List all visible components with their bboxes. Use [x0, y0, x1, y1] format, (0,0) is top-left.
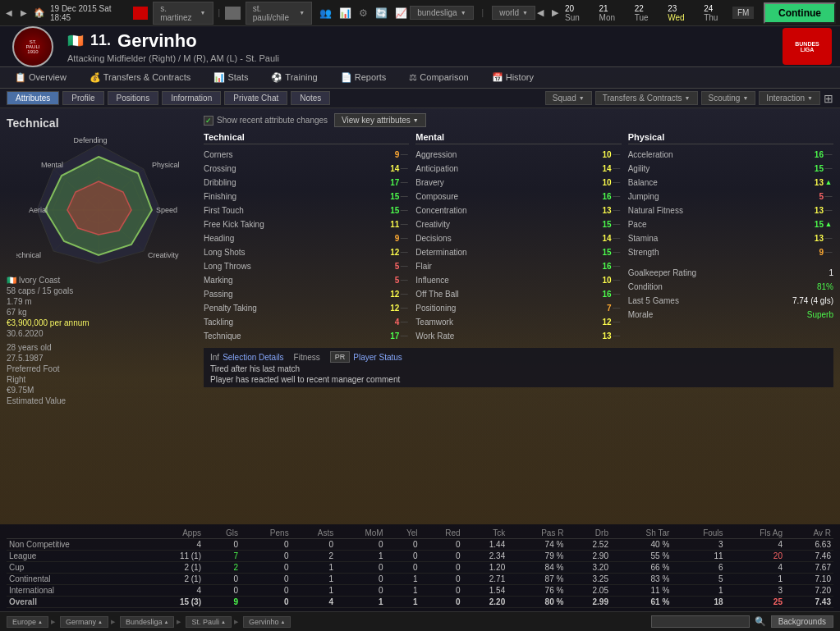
subnav-information[interactable]: Information — [162, 91, 221, 105]
day-22[interactable]: 22 Tue — [635, 4, 659, 22]
club-logo-small — [225, 7, 241, 20]
stats-cell: 0 — [291, 539, 337, 551]
attr-change-indicator: — — [612, 248, 622, 256]
scouting-dropdown[interactable]: Scouting — [701, 91, 756, 105]
gervinho-btn[interactable]: Gervinho — [243, 616, 291, 628]
nav-tabs: 📋 Overview 💰 Transfers & Contracts 📊 Sta… — [0, 67, 840, 89]
stats-cell: 2 — [291, 551, 337, 562]
prev-arrow[interactable]: ◀ — [535, 6, 545, 20]
tab-overview[interactable]: 📋 Overview — [4, 69, 77, 86]
svg-text:Physical: Physical — [152, 161, 180, 169]
stats-cell: 7.10 — [785, 574, 833, 585]
day-20[interactable]: 20 Sun — [565, 4, 590, 22]
special-attrs: Goalkeeper Rating1Condition81%Last 5 Gam… — [628, 266, 833, 321]
tab-reports[interactable]: 📄 Reports — [330, 69, 397, 86]
subnav-notes[interactable]: Notes — [291, 91, 330, 105]
manager-dropdown[interactable]: s. martinez — [153, 2, 213, 25]
subnav-profile[interactable]: Profile — [62, 91, 103, 105]
player-info-block: 🇮🇪 Ivory Coast 58 caps / 15 goals 1.79 m… — [7, 276, 190, 407]
pr-badge: PR — [330, 351, 351, 363]
search-input[interactable] — [651, 615, 750, 628]
day-23[interactable]: 23 Wed — [668, 4, 694, 22]
nav-back[interactable]: ◀ — [4, 7, 14, 19]
europe-btn[interactable]: Europe — [7, 616, 48, 628]
lineup-icon[interactable]: 👥 — [317, 6, 334, 21]
view-key-attrs-btn[interactable]: View key attributes — [334, 113, 426, 127]
home-icon[interactable]: 🏠 — [34, 7, 45, 18]
tab-transfers[interactable]: 💰 Transfers & Contracts — [79, 69, 201, 86]
stats-row[interactable]: Continental2 (1)0010102.7187 %3.2583 %51… — [7, 574, 833, 585]
bundesliga-btn[interactable]: Bundesliga — [120, 616, 175, 628]
fm-badge[interactable]: FM — [732, 7, 754, 19]
attr-value: 16 — [806, 150, 824, 159]
attr-row: Bravery10— — [415, 176, 621, 189]
player-position: Attacking Midfielder (Right) / M (R), AM… — [67, 53, 773, 63]
stats-cell: 18 — [672, 597, 725, 608]
expand-icon[interactable]: ⊞ — [824, 92, 833, 105]
transfer-icon[interactable]: 🔄 — [373, 6, 390, 21]
stats-row[interactable]: Overall15 (3)9041102.2080 %2.9961 %18257… — [7, 597, 833, 608]
stats-row[interactable]: International40010101.5476 %2.0511 %137.… — [7, 585, 833, 597]
stats-cell: International — [7, 585, 147, 597]
germany-btn[interactable]: Germany — [60, 616, 108, 628]
continue-button[interactable]: Continue — [764, 2, 836, 24]
stats-cell: 1 — [336, 551, 385, 562]
stpauli-btn[interactable]: St. Pauli — [186, 616, 231, 628]
stats-row[interactable]: League11 (1)7021002.3479 %2.9055 %11207.… — [7, 551, 833, 562]
attr-value: 4 — [381, 318, 399, 327]
attr-value: 9 — [381, 150, 399, 159]
attr-row: Acceleration16— — [628, 148, 833, 161]
nav-forward[interactable]: ▶ — [19, 7, 29, 19]
attr-change-indicator: — — [399, 192, 409, 200]
attr-row: Penalty Taking12— — [204, 301, 409, 314]
subnav-positions[interactable]: Positions — [108, 91, 159, 105]
stats-table-section: AppsGlsPensAstsMoMYelRedTckPas RDrbSh Ta… — [0, 524, 840, 611]
stats-icon[interactable]: 📊 — [337, 6, 354, 21]
attr-name: Flair — [415, 262, 593, 271]
attr-name: Corners — [204, 150, 381, 159]
show-recent-ctrl[interactable]: ✓ Show recent attribute changes — [204, 116, 328, 126]
settings-icon[interactable]: ⚙ — [356, 6, 370, 21]
stats-body: Non Competitive40000001.4474 %2.5240 %34… — [7, 539, 833, 608]
backgrounds-button[interactable]: Backgrounds — [771, 615, 833, 628]
attr-value: 15 — [381, 206, 399, 215]
tab-history[interactable]: 📅 History — [481, 69, 544, 86]
stats-row[interactable]: Non Competitive40000001.4474 %2.5240 %34… — [7, 539, 833, 551]
attr-row: Teamwork12— — [415, 315, 621, 328]
world-dropdown[interactable]: world — [492, 6, 535, 20]
stats-row[interactable]: Cup2 (1)2010001.2084 %3.2066 %647.67 — [7, 562, 833, 574]
stats-col-header: MoM — [336, 528, 385, 539]
mental-column: Mental Aggression10—Anticipation14—Brave… — [415, 132, 621, 343]
attr-row: Natural Fitness13— — [628, 203, 833, 217]
attr-change-indicator: — — [399, 248, 409, 256]
league-dropdown[interactable]: bundesliga — [410, 6, 473, 20]
selection-details-label[interactable]: Selection Details — [223, 353, 283, 362]
squad-dropdown[interactable]: Squad — [545, 91, 592, 105]
search-icon[interactable]: 🔍 — [755, 616, 766, 627]
next-arrow[interactable]: ▶ — [550, 6, 560, 20]
chart-icon[interactable]: 📈 — [392, 6, 410, 21]
show-recent-checkbox[interactable]: ✓ — [204, 116, 213, 126]
day-21[interactable]: 21 Mon — [599, 4, 625, 22]
day-24[interactable]: 24 Thu — [704, 4, 728, 22]
stats-cell: 0 — [420, 539, 463, 551]
player-header: ST.PAULI1910 🇮🇪 11. Gervinho Attacking M… — [0, 26, 840, 67]
stats-cell: 0 — [386, 562, 420, 574]
attr-row: Jumping5— — [628, 190, 833, 203]
player-caps: 58 caps / 15 goals — [7, 286, 190, 295]
club-dropdown[interactable]: st. pauli/chile — [246, 2, 313, 25]
interaction-dropdown[interactable]: Interaction — [759, 91, 820, 105]
player-status-label[interactable]: Player Status — [353, 353, 402, 362]
tab-stats[interactable]: 📊 Stats — [203, 69, 259, 86]
transfers-dropdown[interactable]: Transfers & Contracts — [595, 91, 698, 105]
tab-training[interactable]: ⚽ Training — [260, 69, 328, 86]
attr-name: Strength — [628, 248, 806, 257]
tab-comparison[interactable]: ⚖ Comparison — [398, 69, 479, 86]
attr-change-indicator: — — [399, 262, 409, 270]
attr-name: Anticipation — [415, 164, 593, 173]
attr-value: 9 — [806, 248, 824, 257]
subnav-private-chat[interactable]: Private Chat — [224, 91, 287, 105]
attr-header-controls: ✓ Show recent attribute changes View key… — [204, 113, 833, 127]
stats-cell: 80 % — [507, 597, 566, 608]
subnav-attributes[interactable]: Attributes — [7, 91, 59, 105]
